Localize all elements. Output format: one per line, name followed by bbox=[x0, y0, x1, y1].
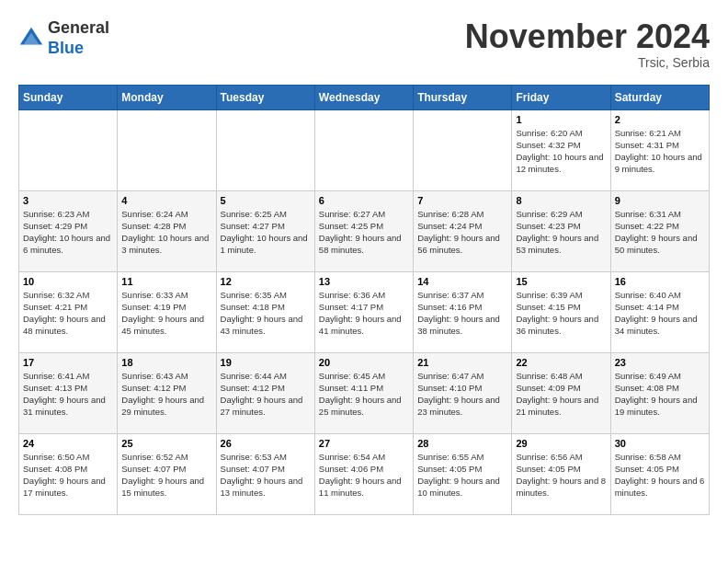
day-number: 29 bbox=[516, 438, 606, 449]
calendar-cell: 30Sunrise: 6:58 AM Sunset: 4:05 PM Dayli… bbox=[610, 433, 709, 514]
day-number: 1 bbox=[516, 114, 606, 125]
day-info: Sunrise: 6:33 AM Sunset: 4:19 PM Dayligh… bbox=[121, 289, 211, 338]
day-info: Sunrise: 6:47 AM Sunset: 4:10 PM Dayligh… bbox=[417, 370, 507, 419]
calendar-cell: 23Sunrise: 6:49 AM Sunset: 4:08 PM Dayli… bbox=[610, 352, 709, 433]
day-info: Sunrise: 6:24 AM Sunset: 4:28 PM Dayligh… bbox=[121, 208, 211, 257]
day-info: Sunrise: 6:37 AM Sunset: 4:16 PM Dayligh… bbox=[417, 289, 507, 338]
calendar-cell: 17Sunrise: 6:41 AM Sunset: 4:13 PM Dayli… bbox=[19, 352, 118, 433]
calendar-cell: 7Sunrise: 6:28 AM Sunset: 4:24 PM Daylig… bbox=[414, 190, 512, 271]
calendar-cell: 25Sunrise: 6:52 AM Sunset: 4:07 PM Dayli… bbox=[118, 433, 216, 514]
day-info: Sunrise: 6:53 AM Sunset: 4:07 PM Dayligh… bbox=[221, 451, 311, 500]
location: Trsic, Serbia bbox=[465, 55, 710, 70]
day-info: Sunrise: 6:55 AM Sunset: 4:05 PM Dayligh… bbox=[417, 451, 507, 500]
day-number: 15 bbox=[516, 276, 606, 287]
calendar-cell: 12Sunrise: 6:35 AM Sunset: 4:18 PM Dayli… bbox=[216, 271, 314, 352]
day-number: 19 bbox=[221, 357, 311, 368]
page-header: General Blue November 2024 Trsic, Serbia bbox=[18, 18, 710, 70]
day-number: 5 bbox=[221, 195, 311, 206]
day-info: Sunrise: 6:45 AM Sunset: 4:11 PM Dayligh… bbox=[319, 370, 409, 419]
weekday-header-thursday: Thursday bbox=[414, 85, 512, 109]
calendar-cell: 2Sunrise: 6:21 AM Sunset: 4:31 PM Daylig… bbox=[610, 109, 709, 190]
day-info: Sunrise: 6:20 AM Sunset: 4:32 PM Dayligh… bbox=[516, 127, 606, 176]
calendar-cell: 11Sunrise: 6:33 AM Sunset: 4:19 PM Dayli… bbox=[118, 271, 216, 352]
day-number: 9 bbox=[615, 195, 705, 206]
calendar-cell: 3Sunrise: 6:23 AM Sunset: 4:29 PM Daylig… bbox=[19, 190, 118, 271]
logo-icon bbox=[18, 26, 44, 52]
day-number: 10 bbox=[23, 276, 113, 287]
calendar-cell bbox=[314, 109, 413, 190]
day-info: Sunrise: 6:41 AM Sunset: 4:13 PM Dayligh… bbox=[23, 370, 113, 419]
day-info: Sunrise: 6:39 AM Sunset: 4:15 PM Dayligh… bbox=[516, 289, 606, 338]
day-info: Sunrise: 6:52 AM Sunset: 4:07 PM Dayligh… bbox=[121, 451, 211, 500]
day-number: 26 bbox=[221, 438, 311, 449]
calendar-cell: 28Sunrise: 6:55 AM Sunset: 4:05 PM Dayli… bbox=[414, 433, 512, 514]
day-info: Sunrise: 6:48 AM Sunset: 4:09 PM Dayligh… bbox=[516, 370, 606, 419]
logo-text: General Blue bbox=[48, 18, 109, 58]
day-info: Sunrise: 6:28 AM Sunset: 4:24 PM Dayligh… bbox=[417, 208, 507, 257]
calendar-table: SundayMondayTuesdayWednesdayThursdayFrid… bbox=[18, 85, 710, 515]
day-info: Sunrise: 6:43 AM Sunset: 4:12 PM Dayligh… bbox=[121, 370, 211, 419]
day-info: Sunrise: 6:21 AM Sunset: 4:31 PM Dayligh… bbox=[615, 127, 705, 176]
calendar-cell: 14Sunrise: 6:37 AM Sunset: 4:16 PM Dayli… bbox=[414, 271, 512, 352]
day-number: 12 bbox=[221, 276, 311, 287]
day-info: Sunrise: 6:54 AM Sunset: 4:06 PM Dayligh… bbox=[319, 451, 409, 500]
weekday-header-wednesday: Wednesday bbox=[314, 85, 413, 109]
day-number: 3 bbox=[23, 195, 113, 206]
month-title: November 2024 bbox=[465, 18, 710, 55]
day-number: 16 bbox=[615, 276, 705, 287]
day-number: 24 bbox=[23, 438, 113, 449]
calendar-cell bbox=[414, 109, 512, 190]
weekday-header-sunday: Sunday bbox=[19, 85, 118, 109]
day-number: 21 bbox=[417, 357, 507, 368]
calendar-cell: 4Sunrise: 6:24 AM Sunset: 4:28 PM Daylig… bbox=[118, 190, 216, 271]
day-number: 20 bbox=[319, 357, 409, 368]
day-info: Sunrise: 6:32 AM Sunset: 4:21 PM Dayligh… bbox=[23, 289, 113, 338]
calendar-cell bbox=[216, 109, 314, 190]
weekday-header-tuesday: Tuesday bbox=[216, 85, 314, 109]
calendar-cell bbox=[118, 109, 216, 190]
day-number: 28 bbox=[417, 438, 507, 449]
day-info: Sunrise: 6:23 AM Sunset: 4:29 PM Dayligh… bbox=[23, 208, 113, 257]
weekday-header-monday: Monday bbox=[118, 85, 216, 109]
calendar-cell: 20Sunrise: 6:45 AM Sunset: 4:11 PM Dayli… bbox=[314, 352, 413, 433]
day-info: Sunrise: 6:31 AM Sunset: 4:22 PM Dayligh… bbox=[615, 208, 705, 257]
day-info: Sunrise: 6:35 AM Sunset: 4:18 PM Dayligh… bbox=[221, 289, 311, 338]
day-number: 27 bbox=[319, 438, 409, 449]
calendar-cell: 9Sunrise: 6:31 AM Sunset: 4:22 PM Daylig… bbox=[610, 190, 709, 271]
day-number: 4 bbox=[121, 195, 211, 206]
day-number: 8 bbox=[516, 195, 606, 206]
logo: General Blue bbox=[18, 18, 109, 58]
calendar-cell: 24Sunrise: 6:50 AM Sunset: 4:08 PM Dayli… bbox=[19, 433, 118, 514]
calendar-cell: 10Sunrise: 6:32 AM Sunset: 4:21 PM Dayli… bbox=[19, 271, 118, 352]
calendar-cell: 29Sunrise: 6:56 AM Sunset: 4:05 PM Dayli… bbox=[512, 433, 610, 514]
day-number: 30 bbox=[615, 438, 705, 449]
day-info: Sunrise: 6:49 AM Sunset: 4:08 PM Dayligh… bbox=[615, 370, 705, 419]
day-info: Sunrise: 6:36 AM Sunset: 4:17 PM Dayligh… bbox=[319, 289, 409, 338]
day-number: 23 bbox=[615, 357, 705, 368]
day-info: Sunrise: 6:50 AM Sunset: 4:08 PM Dayligh… bbox=[23, 451, 113, 500]
day-number: 11 bbox=[121, 276, 211, 287]
day-info: Sunrise: 6:25 AM Sunset: 4:27 PM Dayligh… bbox=[221, 208, 311, 257]
calendar-cell: 8Sunrise: 6:29 AM Sunset: 4:23 PM Daylig… bbox=[512, 190, 610, 271]
day-info: Sunrise: 6:56 AM Sunset: 4:05 PM Dayligh… bbox=[516, 451, 606, 500]
calendar-cell: 21Sunrise: 6:47 AM Sunset: 4:10 PM Dayli… bbox=[414, 352, 512, 433]
day-number: 6 bbox=[319, 195, 409, 206]
day-info: Sunrise: 6:58 AM Sunset: 4:05 PM Dayligh… bbox=[615, 451, 705, 500]
calendar-cell bbox=[19, 109, 118, 190]
day-number: 25 bbox=[121, 438, 211, 449]
day-info: Sunrise: 6:44 AM Sunset: 4:12 PM Dayligh… bbox=[221, 370, 311, 419]
day-number: 7 bbox=[417, 195, 507, 206]
day-number: 17 bbox=[23, 357, 113, 368]
title-block: November 2024 Trsic, Serbia bbox=[465, 18, 710, 70]
calendar-cell: 13Sunrise: 6:36 AM Sunset: 4:17 PM Dayli… bbox=[314, 271, 413, 352]
day-info: Sunrise: 6:29 AM Sunset: 4:23 PM Dayligh… bbox=[516, 208, 606, 257]
calendar-cell: 16Sunrise: 6:40 AM Sunset: 4:14 PM Dayli… bbox=[610, 271, 709, 352]
calendar-cell: 26Sunrise: 6:53 AM Sunset: 4:07 PM Dayli… bbox=[216, 433, 314, 514]
day-info: Sunrise: 6:27 AM Sunset: 4:25 PM Dayligh… bbox=[319, 208, 409, 257]
day-number: 13 bbox=[319, 276, 409, 287]
day-info: Sunrise: 6:40 AM Sunset: 4:14 PM Dayligh… bbox=[615, 289, 705, 338]
calendar-cell: 15Sunrise: 6:39 AM Sunset: 4:15 PM Dayli… bbox=[512, 271, 610, 352]
day-number: 2 bbox=[615, 114, 705, 125]
day-number: 22 bbox=[516, 357, 606, 368]
calendar-cell: 19Sunrise: 6:44 AM Sunset: 4:12 PM Dayli… bbox=[216, 352, 314, 433]
